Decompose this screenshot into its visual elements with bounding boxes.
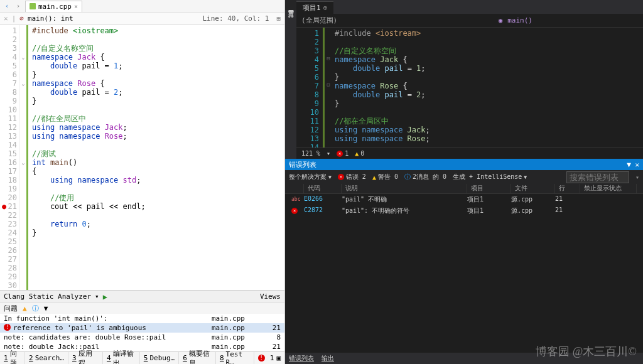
warning-count-icon: ▲ xyxy=(355,150,359,157)
vs-tab-label: 项目1 xyxy=(303,3,321,13)
code-editor-right[interactable]: 123456789101112131415161718192021222324 … xyxy=(296,28,643,147)
right-ide-pane: 服务器资源管理器 工具箱 项目1 ⊕ (全局范围) ◉ main() 12345… xyxy=(285,0,643,364)
nav-back-icon[interactable]: ‹ xyxy=(3,2,11,11)
watermark: 博客园 @木三百川© xyxy=(536,344,637,359)
warning-icon[interactable]: ▲ xyxy=(23,304,27,313)
bottom-tab[interactable]: 2 Search… xyxy=(25,352,68,364)
problem-row[interactable]: In function 'int main()':main.cpp xyxy=(0,314,284,323)
panel-close-icon[interactable]: ✕ xyxy=(635,161,639,169)
sidebar-server-explorer[interactable]: 服务器资源管理器 xyxy=(285,0,296,5)
error-rows: abcE0266"pail" 不明确项目1源.cpp21✕C2872"pail"… xyxy=(285,194,643,353)
problem-row[interactable]: note: candidates are: double Rose::pailm… xyxy=(0,333,284,342)
problems-tab-label[interactable]: 问题 xyxy=(4,304,18,313)
bottom-tab[interactable]: 8 Test R… xyxy=(216,352,254,364)
collapse-icon[interactable]: ▣ xyxy=(276,354,281,362)
bottom-tab[interactable]: 6 概要信息 xyxy=(179,352,216,364)
vs-btab-output[interactable]: 输出 xyxy=(322,354,334,363)
bottom-tab-bar: 1 问题2 Search…3 应用程…4 编译输出5 Debug…6 概要信息8… xyxy=(0,351,284,364)
scope-filter[interactable]: 整个解决方案▼ xyxy=(289,173,332,181)
error-count-icon: ✕ xyxy=(337,151,343,157)
warnings-filter[interactable]: ▲警告 0 xyxy=(372,173,398,181)
problems-header: 问题 ▲ ⓘ ▼ xyxy=(0,302,284,314)
cpp-file-icon xyxy=(30,3,36,9)
problems-table: In function 'int main()':main.cpp!refere… xyxy=(0,314,284,351)
code-editor-left[interactable]: 1234567891011121314151617181920212223242… xyxy=(0,25,284,290)
error-search-input[interactable] xyxy=(566,171,629,183)
vs-breadcrumb: (全局范围) ◉ main() xyxy=(296,14,643,28)
bottom-tab[interactable]: 3 应用程… xyxy=(68,352,103,364)
run-icon[interactable]: ▶ xyxy=(103,292,107,301)
left-ide-pane: ‹ › main.cpp × ✕ | ⌀ main(): int Line: 4… xyxy=(0,0,285,364)
function-icon: ⌀ xyxy=(19,14,24,23)
errors-filter[interactable]: ✕错误 2 xyxy=(338,173,366,181)
error-panel-header: 错误列表 ▼ ✕ xyxy=(285,159,643,170)
vs-status-bar: 121 % ▾ ✕1 ▲0 xyxy=(296,147,643,159)
nav-fwd-icon[interactable]: › xyxy=(14,2,23,11)
split-icon[interactable]: ⊞ xyxy=(276,14,281,23)
messages-filter[interactable]: ⓘ2消息 的 0 xyxy=(404,173,446,181)
error-row[interactable]: ✕C2872"pail": 不明确的符号项目1源.cpp21 xyxy=(285,205,643,217)
pin-icon[interactable]: ⊕ xyxy=(323,4,328,12)
zoom-level[interactable]: 121 % xyxy=(301,150,320,157)
error-columns: 代码说明项目文件行禁止显示状态 xyxy=(285,184,643,194)
line-col-indicator: Line: 40, Col: 1 xyxy=(202,14,269,23)
error-row[interactable]: abcE0266"pail" 不明确项目1源.cpp21 xyxy=(285,194,643,205)
tab-filename: main.cpp xyxy=(38,3,72,11)
scope-dropdown[interactable]: (全局范围) xyxy=(301,16,337,25)
vs-btab-errorlist[interactable]: 错误列表 xyxy=(289,354,314,363)
breadcrumb-sep-icon: ✕ xyxy=(4,14,8,23)
filter-icon[interactable]: ▼ xyxy=(44,304,48,313)
search-dropdown-icon[interactable]: ▾ xyxy=(635,174,639,181)
vs-tab-bar: 项目1 ⊕ xyxy=(296,0,643,14)
status-warnings: 0 xyxy=(360,150,364,157)
problem-row[interactable]: !reference to 'pail' is ambiguousmain.cp… xyxy=(0,323,284,333)
editor-tab-bar: ‹ › main.cpp × xyxy=(0,0,284,13)
dropdown-icon[interactable]: ▼ xyxy=(627,161,631,169)
analyzer-label: Clang Static Analyzer xyxy=(4,292,91,301)
vs-tab-project1[interactable]: 项目1 ⊕ xyxy=(296,1,333,14)
bottom-tab[interactable]: 1 问题 xyxy=(0,352,25,364)
error-badge-icon[interactable]: ! xyxy=(258,355,265,361)
file-tab-main-cpp[interactable]: main.cpp × xyxy=(25,1,82,12)
sidebar-toolbox[interactable]: 工具箱 xyxy=(285,5,296,10)
breadcrumb-func[interactable]: main(): int xyxy=(28,14,73,23)
views-label: Views xyxy=(260,292,281,301)
info-icon[interactable]: ⓘ xyxy=(32,304,39,313)
analyzer-bar: Clang Static Analyzer ▾ ▶ Views xyxy=(0,290,284,302)
build-filter[interactable]: 生成 + IntelliSense▼ xyxy=(453,173,527,181)
bottom-tab[interactable]: 5 Debug… xyxy=(140,352,179,364)
zoom-dropdown-icon[interactable]: ▾ xyxy=(327,150,330,157)
func-dropdown[interactable]: main() xyxy=(507,16,532,24)
breadcrumb: ✕ | ⌀ main(): int Line: 40, Col: 1 ⊞ xyxy=(0,13,284,25)
method-icon: ◉ xyxy=(499,16,503,24)
close-icon[interactable]: × xyxy=(74,3,78,10)
error-toolbar: 整个解决方案▼ ✕错误 2 ▲警告 0 ⓘ2消息 的 0 生成 + Intell… xyxy=(285,170,643,184)
error-panel-title: 错误列表 xyxy=(289,160,316,169)
bottom-tab[interactable]: 4 编译输出 xyxy=(103,352,140,364)
analyzer-dropdown-icon[interactable]: ▾ xyxy=(95,292,99,301)
status-errors: 1 xyxy=(345,150,349,157)
